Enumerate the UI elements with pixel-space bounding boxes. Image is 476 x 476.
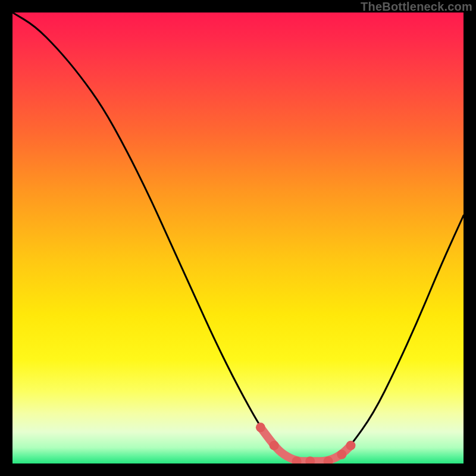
marker-dot	[346, 441, 356, 450]
marker-dot	[270, 441, 279, 450]
plot-area	[12, 12, 464, 464]
bottleneck-curve	[12, 12, 464, 461]
marker-dot	[256, 422, 265, 432]
chart-frame: TheBottleneck.com	[0, 0, 476, 476]
watermark-text: TheBottleneck.com	[361, 0, 472, 14]
curve-layer	[12, 12, 464, 464]
marker-dot	[337, 450, 346, 459]
